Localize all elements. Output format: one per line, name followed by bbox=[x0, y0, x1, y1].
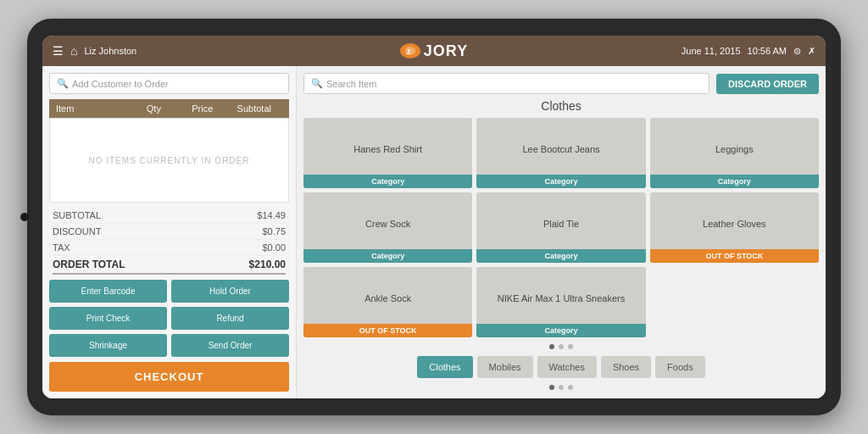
logo-icon: J bbox=[400, 43, 420, 58]
category-tab-mobiles[interactable]: Mobiles bbox=[477, 356, 533, 378]
product-name-2: Leggings bbox=[650, 118, 819, 175]
home-icon[interactable]: ⌂ bbox=[70, 44, 77, 58]
product-card-2[interactable]: LeggingsCategory bbox=[650, 118, 819, 188]
col-price: Price bbox=[192, 103, 236, 114]
enter-barcode-button[interactable]: Enter Barcode bbox=[49, 280, 167, 303]
product-card-0[interactable]: Hanes Red ShirtCategory bbox=[303, 118, 472, 188]
product-tag-3: Category bbox=[303, 249, 472, 263]
page-dot-bottom-3[interactable] bbox=[568, 385, 573, 390]
header-bar: ☰ ⌂ Liz Johnston J JORY June 11, 2015 10… bbox=[42, 36, 826, 66]
product-tag-2: Category bbox=[650, 175, 819, 188]
category-tab-shoes[interactable]: Shoes bbox=[601, 356, 651, 378]
header-date: June 11, 2015 bbox=[682, 46, 741, 56]
action-buttons-grid: Enter Barcode Hold Order Print Check Ref… bbox=[49, 280, 289, 357]
checkout-button[interactable]: CHECKOUT bbox=[49, 362, 289, 392]
shrinkage-button[interactable]: Shrinkage bbox=[49, 334, 167, 357]
discount-row: DISCOUNT $0.75 bbox=[53, 224, 286, 240]
refund-button[interactable]: Refund bbox=[171, 307, 289, 330]
product-tag-1: Category bbox=[476, 175, 645, 188]
discount-label: DISCOUNT bbox=[53, 226, 101, 236]
product-tag-4: Category bbox=[476, 249, 645, 263]
bluetooth-icon: ✗ bbox=[808, 46, 815, 57]
product-card-5[interactable]: Leather GlovesOUT OF STOCK bbox=[650, 192, 819, 263]
camera-notch bbox=[20, 213, 29, 221]
category-tabs: ClothesMobilesWatchesShoesFoods bbox=[303, 356, 819, 378]
logo-text: JORY bbox=[424, 42, 468, 60]
subtotal-row: SUBTOTAL $14.49 bbox=[53, 208, 286, 224]
page-dot-bottom-1[interactable] bbox=[549, 385, 554, 390]
order-total-value: $210.00 bbox=[249, 259, 286, 270]
category-tab-foods[interactable]: Foods bbox=[655, 356, 705, 378]
subtotal-value: $14.49 bbox=[257, 210, 286, 220]
customer-placeholder: Add Customer to Order bbox=[72, 79, 169, 89]
product-card-7[interactable]: NIKE Air Max 1 Ultra SneakersCategory bbox=[476, 267, 645, 337]
col-qty: Qty bbox=[147, 103, 192, 114]
wifi-icon: ⊜ bbox=[793, 46, 801, 57]
product-name-7: NIKE Air Max 1 Ultra Sneakers bbox=[476, 267, 645, 324]
header-time: 10:56 AM bbox=[748, 46, 787, 56]
product-card-1[interactable]: Lee Bootcut JeansCategory bbox=[476, 118, 645, 188]
col-subtotal: Subtotal bbox=[237, 103, 282, 114]
category-tab-clothes[interactable]: Clothes bbox=[417, 356, 472, 378]
product-name-4: Plaid Tie bbox=[476, 192, 645, 249]
product-name-1: Lee Bootcut Jeans bbox=[476, 118, 645, 175]
customer-search-bar[interactable]: 🔍 Add Customer to Order bbox=[49, 73, 289, 94]
product-card-6[interactable]: Ankle SockOUT OF STOCK bbox=[303, 267, 472, 337]
item-placeholder: Search Item bbox=[326, 79, 376, 89]
tax-value: $0.00 bbox=[262, 242, 286, 253]
svg-text:J: J bbox=[406, 47, 410, 56]
product-tag-7: Category bbox=[476, 324, 645, 337]
product-grid: Hanes Red ShirtCategoryLee Bootcut Jeans… bbox=[303, 118, 819, 337]
search-icon: 🔍 bbox=[311, 78, 323, 89]
category-tab-watches[interactable]: Watches bbox=[537, 356, 597, 378]
col-item: Item bbox=[56, 103, 147, 114]
right-panel: 🔍 Search Item DISCARD ORDER Clothes Hane… bbox=[297, 66, 826, 398]
product-tag-6: OUT OF STOCK bbox=[303, 324, 472, 337]
pagination-bottom bbox=[303, 383, 819, 392]
header-right: June 11, 2015 10:56 AM ⊜ ✗ bbox=[561, 46, 815, 57]
product-name-0: Hanes Red Shirt bbox=[303, 118, 472, 175]
header-logo: J JORY bbox=[307, 42, 561, 60]
search-icon: 🔍 bbox=[57, 78, 69, 89]
product-card-4[interactable]: Plaid TieCategory bbox=[476, 192, 645, 263]
order-total-row: ORDER TOTAL $210.00 bbox=[53, 256, 286, 275]
order-table: Item Qty Price Subtotal NO ITEMS CURRENT… bbox=[49, 99, 289, 203]
no-items-message: NO ITEMS CURRENTLY IN ORDER bbox=[89, 156, 250, 165]
page-dot-bottom-2[interactable] bbox=[559, 385, 564, 390]
product-name-6: Ankle Sock bbox=[303, 267, 472, 324]
header-left: ☰ ⌂ Liz Johnston bbox=[53, 44, 307, 58]
page-dot-3[interactable] bbox=[568, 344, 573, 349]
page-dot-2[interactable] bbox=[559, 344, 564, 349]
right-top-bar: 🔍 Search Item DISCARD ORDER bbox=[303, 73, 819, 94]
category-title: Clothes bbox=[303, 99, 819, 113]
product-card-3[interactable]: Crew SockCategory bbox=[303, 192, 472, 263]
order-body-empty: NO ITEMS CURRENTLY IN ORDER bbox=[49, 118, 289, 203]
pagination-top bbox=[303, 342, 819, 351]
tax-label: TAX bbox=[53, 242, 70, 253]
product-name-5: Leather Gloves bbox=[650, 192, 819, 249]
hold-order-button[interactable]: Hold Order bbox=[171, 280, 289, 303]
totals-section: SUBTOTAL $14.49 DISCOUNT $0.75 TAX $0.00… bbox=[49, 208, 289, 275]
hamburger-icon[interactable]: ☰ bbox=[53, 44, 64, 58]
subtotal-label: SUBTOTAL bbox=[53, 210, 101, 220]
item-search-bar[interactable]: 🔍 Search Item bbox=[303, 73, 709, 94]
tablet-screen: ☰ ⌂ Liz Johnston J JORY June 11, 2015 10… bbox=[42, 36, 826, 398]
order-table-header: Item Qty Price Subtotal bbox=[49, 99, 289, 118]
tablet-frame: ☰ ⌂ Liz Johnston J JORY June 11, 2015 10… bbox=[27, 19, 841, 415]
main-content: 🔍 Add Customer to Order Item Qty Price S… bbox=[42, 66, 826, 398]
order-total-label: ORDER TOTAL bbox=[53, 259, 125, 270]
product-name-3: Crew Sock bbox=[303, 192, 472, 249]
send-order-button[interactable]: Send Order bbox=[171, 334, 289, 357]
product-tag-5: OUT OF STOCK bbox=[650, 249, 819, 263]
discard-order-button[interactable]: DISCARD ORDER bbox=[716, 74, 819, 94]
product-tag-0: Category bbox=[303, 175, 472, 188]
print-check-button[interactable]: Print Check bbox=[49, 307, 167, 330]
header-username: Liz Johnston bbox=[84, 46, 136, 56]
left-panel: 🔍 Add Customer to Order Item Qty Price S… bbox=[42, 66, 297, 398]
tax-row: TAX $0.00 bbox=[53, 240, 286, 256]
page-dot-1[interactable] bbox=[549, 344, 554, 349]
discount-value: $0.75 bbox=[262, 226, 286, 236]
